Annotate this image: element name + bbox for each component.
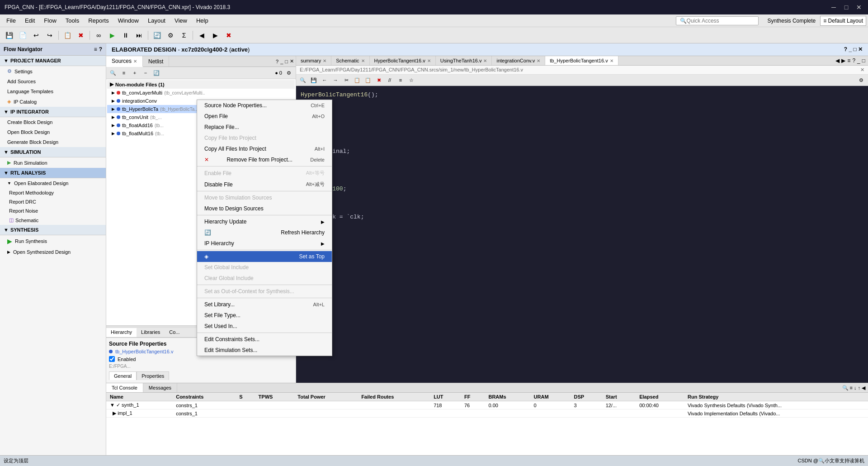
- save-button[interactable]: 💾: [3, 29, 15, 41]
- code-tab-hyperbolic16[interactable]: HyperBolicTangent16.v ✕: [370, 56, 436, 65]
- code-back-button[interactable]: ←: [320, 76, 330, 85]
- console-tab-tcl[interactable]: Tcl Console: [106, 383, 143, 392]
- restore-button[interactable]: □: [842, 3, 851, 12]
- nav-section-header-project-manager[interactable]: ▼ PROJECT MANAGER: [0, 56, 106, 66]
- col-strategy[interactable]: Run Strategy: [684, 393, 868, 401]
- col-dsp[interactable]: DSP: [571, 393, 602, 401]
- sources-help-icon[interactable]: ?: [276, 59, 278, 64]
- code-paste-button[interactable]: 📋: [363, 76, 373, 85]
- col-brams[interactable]: BRAMs: [485, 393, 530, 401]
- tab-sources-close[interactable]: ✕: [133, 59, 137, 64]
- close-button[interactable]: ✕: [854, 3, 863, 12]
- code-tab-tb-hyperbolic16[interactable]: tb_HyperBolicTangent16.v ✕: [545, 56, 618, 65]
- file-tab-properties[interactable]: Properties: [137, 371, 169, 380]
- nav-item-run-synthesis[interactable]: ▶ Run Synthesis: [0, 235, 106, 247]
- tree-group-header-non-module[interactable]: ▶ Non-module Files (1): [107, 80, 295, 89]
- tab-netlist[interactable]: Netlist: [143, 56, 169, 67]
- console-filter-icon[interactable]: ≡: [850, 385, 853, 390]
- ctx-open-file[interactable]: Open File Alt+O: [197, 111, 332, 122]
- nav-section-header-ip-integrator[interactable]: ▼ IP INTEGRATOR: [0, 107, 106, 117]
- code-settings-button[interactable]: ⚙: [856, 76, 866, 85]
- col-constraints[interactable]: Constraints: [172, 393, 236, 401]
- minimize-button[interactable]: ─: [829, 3, 838, 12]
- code-tab-usingtanh16-close[interactable]: ✕: [483, 58, 487, 63]
- code-save-button[interactable]: 💾: [309, 76, 319, 85]
- nav-item-report-methodology[interactable]: Report Methodology: [0, 188, 106, 197]
- tree-item-tb-conv-layer-multi[interactable]: ▶ tb_convLayerMulti (tb_convLayerMulti..: [107, 89, 295, 97]
- settings-button[interactable]: ⚙: [164, 29, 177, 41]
- quick-access-input[interactable]: [687, 18, 755, 24]
- stop-button[interactable]: ✖: [222, 29, 235, 41]
- code-editor-content[interactable]: HyperBolicTangent16(); reset; x; 0]Outpu…: [296, 86, 868, 383]
- ctx-move-to-design[interactable]: Move to Design Sources: [197, 203, 332, 214]
- refresh-button[interactable]: 🔄: [151, 29, 163, 41]
- nav-section-header-simulation[interactable]: ▼ SIMULATION: [0, 147, 106, 157]
- sources-search-button[interactable]: 🔍: [108, 68, 118, 77]
- sources-refresh-button[interactable]: 🔄: [151, 68, 161, 77]
- undo-button[interactable]: ↩: [30, 29, 42, 41]
- code-nav-prev-icon[interactable]: ◀: [835, 57, 840, 64]
- code-indent-button[interactable]: ≡: [396, 76, 406, 85]
- menu-help[interactable]: Help: [192, 15, 213, 26]
- file-enabled-checkbox[interactable]: [109, 356, 115, 362]
- nav-item-schematic[interactable]: ◫ Schematic: [0, 215, 106, 225]
- code-tab-schematic[interactable]: Schematic ✕: [331, 56, 369, 65]
- sources-minimize-icon[interactable]: _: [280, 59, 283, 64]
- code-tab-tb-hyperbolic16-close[interactable]: ✕: [610, 58, 613, 63]
- sources-settings-button[interactable]: ⚙: [284, 68, 294, 77]
- ctx-set-used-in[interactable]: Set Used In...: [197, 321, 332, 332]
- code-delete-button[interactable]: ✖: [374, 76, 384, 85]
- redo-button[interactable]: ↪: [43, 29, 56, 41]
- ctx-set-library[interactable]: Set Library... Alt+L: [197, 299, 332, 310]
- menu-edit[interactable]: Edit: [20, 15, 39, 26]
- col-uram[interactable]: URAM: [530, 393, 571, 401]
- run-button[interactable]: ▶: [106, 29, 118, 41]
- nav-item-run-simulation[interactable]: ▶ Run Simulation: [0, 157, 106, 168]
- ctx-edit-constraints-sets[interactable]: Edit Constraints Sets...: [197, 334, 332, 345]
- col-name[interactable]: Name: [106, 393, 172, 401]
- file-tab-general[interactable]: General: [109, 371, 137, 380]
- next-button[interactable]: ▶: [209, 29, 222, 41]
- ctx-copy-all-files[interactable]: Copy All Files Into Project Alt+I: [197, 143, 332, 154]
- menu-window[interactable]: Window: [113, 15, 143, 26]
- src-tab-hierarchy[interactable]: Hierarchy: [106, 328, 137, 337]
- col-tpws[interactable]: TPWS: [255, 393, 294, 401]
- new-file-button[interactable]: 📄: [16, 29, 29, 41]
- code-scissors-button[interactable]: ✂: [341, 76, 351, 85]
- console-up-icon[interactable]: ↑: [858, 385, 861, 390]
- nav-item-settings[interactable]: ⚙ Settings: [0, 66, 106, 76]
- src-tab-libraries[interactable]: Libraries: [137, 328, 165, 337]
- menu-reports[interactable]: Reports: [84, 15, 113, 26]
- ctx-edit-simulation-sets[interactable]: Edit Simulation Sets...: [197, 345, 332, 356]
- sources-add-button[interactable]: +: [130, 68, 140, 77]
- nav-item-add-sources[interactable]: Add Sources: [0, 76, 106, 86]
- code-tab-schematic-close[interactable]: ✕: [361, 58, 365, 63]
- sources-filter-button[interactable]: ≡: [119, 68, 129, 77]
- col-elapsed[interactable]: Elapsed: [636, 393, 684, 401]
- ctx-ip-hierarchy[interactable]: IP Hierarchy ▶: [197, 238, 332, 249]
- src-tab-compile[interactable]: Co...: [165, 328, 184, 337]
- nav-item-language-templates[interactable]: Language Templates: [0, 86, 106, 96]
- code-search-button[interactable]: 🔍: [298, 76, 308, 85]
- col-total-power[interactable]: Total Power: [294, 393, 358, 401]
- code-tab-summary[interactable]: summary ✕: [296, 56, 331, 65]
- nav-help-icon[interactable]: ?: [99, 46, 102, 52]
- nav-item-ip-catalog[interactable]: ◈ IP Catalog: [0, 96, 106, 107]
- sum-button[interactable]: Σ: [178, 29, 190, 41]
- step-button[interactable]: ⏭: [133, 29, 146, 41]
- nav-item-open-block-design[interactable]: Open Block Design: [0, 127, 106, 137]
- code-tab-summary-close[interactable]: ✕: [323, 58, 326, 63]
- col-start[interactable]: Start: [602, 393, 636, 401]
- col-failed-routes[interactable]: Failed Routes: [358, 393, 430, 401]
- code-forward-button[interactable]: →: [330, 76, 340, 85]
- menu-file[interactable]: File: [2, 15, 20, 26]
- delete-button[interactable]: ✖: [75, 29, 87, 41]
- sources-close-icon[interactable]: ✕: [290, 58, 294, 64]
- nav-item-generate-block-design[interactable]: Generate Block Design: [0, 137, 106, 147]
- link-button[interactable]: ∞: [92, 29, 105, 41]
- elab-help-icon[interactable]: ? _ □ ✕: [844, 46, 863, 52]
- pause-button[interactable]: ⏸: [119, 29, 132, 41]
- code-tab-hyperbolic16-close[interactable]: ✕: [427, 58, 431, 63]
- console-tab-messages[interactable]: Messages: [143, 383, 177, 392]
- sources-maximize-icon[interactable]: □: [285, 59, 288, 64]
